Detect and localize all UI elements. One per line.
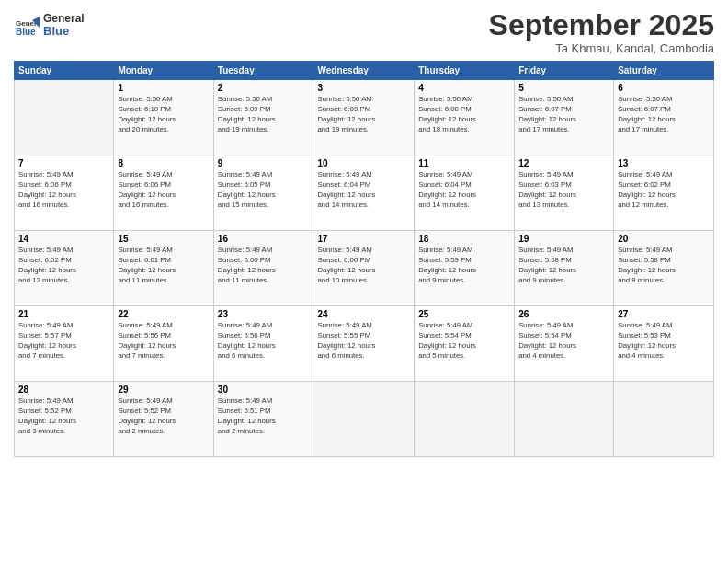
day-info: Sunrise: 5:50 AM Sunset: 6:10 PM Dayligh… [118, 95, 209, 135]
day-number: 23 [218, 309, 310, 319]
title-section: September 2025 Ta Khmau, Kandal, Cambodi… [489, 9, 714, 55]
calendar-body: 1Sunrise: 5:50 AM Sunset: 6:10 PM Daylig… [15, 80, 714, 457]
calendar-cell: 12Sunrise: 5:49 AM Sunset: 6:03 PM Dayli… [515, 155, 614, 231]
day-number: 14 [18, 234, 109, 244]
calendar-cell: 8Sunrise: 5:49 AM Sunset: 6:06 PM Daylig… [114, 155, 213, 231]
day-number: 11 [418, 158, 510, 168]
day-number: 1 [118, 83, 209, 93]
day-info: Sunrise: 5:49 AM Sunset: 6:04 PM Dayligh… [317, 170, 410, 211]
day-number: 9 [218, 158, 310, 168]
calendar-cell: 16Sunrise: 5:49 AM Sunset: 6:00 PM Dayli… [213, 231, 313, 306]
calendar-cell [614, 382, 714, 457]
day-number: 15 [118, 234, 209, 244]
day-info: Sunrise: 5:49 AM Sunset: 6:04 PM Dayligh… [418, 170, 510, 211]
day-number: 10 [317, 158, 410, 168]
day-info: Sunrise: 5:49 AM Sunset: 6:00 PM Dayligh… [317, 246, 410, 286]
calendar-week-1: 1Sunrise: 5:50 AM Sunset: 6:10 PM Daylig… [15, 80, 714, 155]
day-number: 18 [418, 234, 510, 244]
calendar-cell [415, 382, 515, 457]
day-number: 17 [317, 234, 410, 244]
calendar-week-2: 7Sunrise: 5:49 AM Sunset: 6:06 PM Daylig… [15, 155, 714, 231]
day-info: Sunrise: 5:50 AM Sunset: 6:09 PM Dayligh… [218, 95, 310, 135]
calendar-cell: 26Sunrise: 5:49 AM Sunset: 5:54 PM Dayli… [515, 306, 614, 382]
calendar-cell: 2Sunrise: 5:50 AM Sunset: 6:09 PM Daylig… [213, 80, 313, 155]
day-info: Sunrise: 5:50 AM Sunset: 6:09 PM Dayligh… [317, 95, 410, 135]
calendar-cell: 1Sunrise: 5:50 AM Sunset: 6:10 PM Daylig… [114, 80, 213, 155]
day-number: 21 [18, 309, 109, 319]
day-info: Sunrise: 5:50 AM Sunset: 6:08 PM Dayligh… [418, 95, 510, 135]
calendar-cell: 27Sunrise: 5:49 AM Sunset: 5:53 PM Dayli… [614, 306, 714, 382]
day-info: Sunrise: 5:49 AM Sunset: 6:06 PM Dayligh… [118, 170, 209, 211]
calendar-header: SundayMondayTuesdayWednesdayThursdayFrid… [15, 62, 714, 80]
day-number: 26 [518, 309, 609, 319]
calendar-cell [15, 80, 114, 155]
calendar-cell: 6Sunrise: 5:50 AM Sunset: 6:07 PM Daylig… [614, 80, 714, 155]
calendar-cell: 10Sunrise: 5:49 AM Sunset: 6:04 PM Dayli… [313, 155, 415, 231]
calendar-week-3: 14Sunrise: 5:49 AM Sunset: 6:02 PM Dayli… [15, 231, 714, 306]
month-title: September 2025 [489, 9, 714, 41]
day-info: Sunrise: 5:49 AM Sunset: 5:52 PM Dayligh… [118, 396, 209, 437]
logo-icon: General Blue [14, 13, 40, 39]
day-info: Sunrise: 5:49 AM Sunset: 5:57 PM Dayligh… [18, 321, 109, 362]
day-info: Sunrise: 5:49 AM Sunset: 6:02 PM Dayligh… [618, 170, 710, 211]
calendar-cell: 17Sunrise: 5:49 AM Sunset: 6:00 PM Dayli… [313, 231, 415, 306]
day-number: 22 [118, 309, 209, 319]
calendar-week-5: 28Sunrise: 5:49 AM Sunset: 5:52 PM Dayli… [15, 382, 714, 457]
day-number: 29 [118, 385, 209, 395]
day-info: Sunrise: 5:49 AM Sunset: 6:06 PM Dayligh… [18, 170, 109, 211]
calendar-cell [313, 382, 415, 457]
calendar-cell: 4Sunrise: 5:50 AM Sunset: 6:08 PM Daylig… [415, 80, 515, 155]
day-info: Sunrise: 5:49 AM Sunset: 5:53 PM Dayligh… [618, 321, 710, 362]
day-info: Sunrise: 5:50 AM Sunset: 6:07 PM Dayligh… [518, 95, 609, 135]
day-number: 3 [317, 83, 410, 93]
calendar-cell: 3Sunrise: 5:50 AM Sunset: 6:09 PM Daylig… [313, 80, 415, 155]
weekday-header-sunday: Sunday [15, 62, 114, 80]
svg-text:Blue: Blue [16, 27, 36, 37]
day-number: 7 [18, 158, 109, 168]
day-number: 4 [418, 83, 510, 93]
weekday-header-monday: Monday [114, 62, 213, 80]
calendar-cell: 25Sunrise: 5:49 AM Sunset: 5:54 PM Dayli… [415, 306, 515, 382]
day-info: Sunrise: 5:49 AM Sunset: 5:55 PM Dayligh… [317, 321, 410, 362]
calendar-cell: 20Sunrise: 5:49 AM Sunset: 5:58 PM Dayli… [614, 231, 714, 306]
day-info: Sunrise: 5:49 AM Sunset: 5:51 PM Dayligh… [218, 396, 310, 437]
day-number: 8 [118, 158, 209, 168]
weekday-header-row: SundayMondayTuesdayWednesdayThursdayFrid… [15, 62, 714, 80]
day-info: Sunrise: 5:49 AM Sunset: 5:58 PM Dayligh… [618, 246, 710, 286]
day-info: Sunrise: 5:49 AM Sunset: 5:56 PM Dayligh… [118, 321, 209, 362]
day-number: 6 [618, 83, 710, 93]
day-number: 5 [518, 83, 609, 93]
day-info: Sunrise: 5:49 AM Sunset: 6:02 PM Dayligh… [18, 246, 109, 286]
calendar-cell: 14Sunrise: 5:49 AM Sunset: 6:02 PM Dayli… [15, 231, 114, 306]
weekday-header-wednesday: Wednesday [313, 62, 415, 80]
calendar-week-4: 21Sunrise: 5:49 AM Sunset: 5:57 PM Dayli… [15, 306, 714, 382]
day-number: 28 [18, 385, 109, 395]
calendar-cell: 21Sunrise: 5:49 AM Sunset: 5:57 PM Dayli… [15, 306, 114, 382]
day-info: Sunrise: 5:49 AM Sunset: 6:05 PM Dayligh… [218, 170, 310, 211]
day-info: Sunrise: 5:49 AM Sunset: 5:54 PM Dayligh… [418, 321, 510, 362]
day-info: Sunrise: 5:49 AM Sunset: 5:56 PM Dayligh… [218, 321, 310, 362]
calendar-cell: 18Sunrise: 5:49 AM Sunset: 5:59 PM Dayli… [415, 231, 515, 306]
page: General Blue General Blue September 2025… [0, 0, 728, 563]
day-number: 16 [218, 234, 310, 244]
day-number: 25 [418, 309, 510, 319]
weekday-header-saturday: Saturday [614, 62, 714, 80]
day-number: 13 [618, 158, 710, 168]
calendar-cell: 23Sunrise: 5:49 AM Sunset: 5:56 PM Dayli… [213, 306, 313, 382]
logo-line2: Blue [43, 25, 85, 38]
weekday-header-thursday: Thursday [415, 62, 515, 80]
day-info: Sunrise: 5:49 AM Sunset: 5:52 PM Dayligh… [18, 396, 109, 437]
header: General Blue General Blue September 2025… [14, 9, 714, 55]
day-info: Sunrise: 5:49 AM Sunset: 6:00 PM Dayligh… [218, 246, 310, 286]
day-info: Sunrise: 5:49 AM Sunset: 5:59 PM Dayligh… [418, 246, 510, 286]
day-number: 27 [618, 309, 710, 319]
location-subtitle: Ta Khmau, Kandal, Cambodia [489, 41, 714, 55]
day-info: Sunrise: 5:49 AM Sunset: 6:01 PM Dayligh… [118, 246, 209, 286]
calendar-cell: 7Sunrise: 5:49 AM Sunset: 6:06 PM Daylig… [15, 155, 114, 231]
calendar-table: SundayMondayTuesdayWednesdayThursdayFrid… [14, 61, 714, 457]
day-info: Sunrise: 5:49 AM Sunset: 6:03 PM Dayligh… [518, 170, 609, 211]
day-number: 24 [317, 309, 410, 319]
calendar-cell: 11Sunrise: 5:49 AM Sunset: 6:04 PM Dayli… [415, 155, 515, 231]
calendar-cell: 30Sunrise: 5:49 AM Sunset: 5:51 PM Dayli… [213, 382, 313, 457]
calendar-cell: 24Sunrise: 5:49 AM Sunset: 5:55 PM Dayli… [313, 306, 415, 382]
